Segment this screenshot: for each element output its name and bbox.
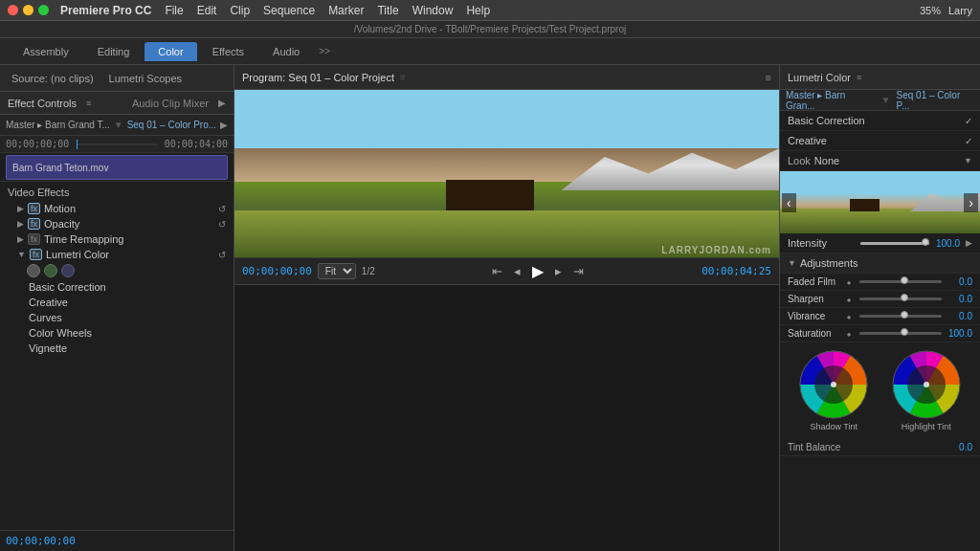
tab-editing[interactable]: Editing — [84, 42, 144, 61]
opacity-triangle: ▶ — [17, 219, 24, 229]
maximize-button[interactable] — [38, 5, 49, 15]
left-panel: Source: (no clips) Lumetri Scopes Effect… — [0, 65, 234, 551]
audio-clip-mixer-btn[interactable]: Audio Clip Mixer — [132, 98, 209, 109]
menu-bar: Premiere Pro CC File Edit Clip Sequence … — [0, 0, 980, 21]
sharpen-label: Sharpen — [788, 294, 842, 304]
minimize-button[interactable] — [23, 5, 33, 15]
motion-label: Motion — [44, 203, 76, 214]
adjustments-header[interactable]: ▼ Adjustments — [780, 253, 980, 274]
look-value: None — [814, 155, 960, 166]
highlight-wheel[interactable] — [892, 350, 961, 419]
tab-effects[interactable]: Effects — [199, 42, 257, 61]
lumetri-label: Lumetri Color — [46, 249, 109, 260]
preview-strip: ‹ › — [780, 171, 980, 233]
motion-effect[interactable]: ▶ fx Motion ↺ — [0, 201, 234, 216]
tab-color[interactable]: Color — [145, 42, 196, 61]
watermark: LARRYJORDAN.com — [661, 245, 771, 255]
tab-source[interactable]: Source: (no clips) — [6, 71, 100, 86]
basic-correction-row[interactable]: Basic Correction ✓ — [780, 111, 980, 131]
effects-section: Video Effects ▶ fx Motion ↺ ▶ fx Opacity… — [0, 182, 234, 530]
opacity-effect[interactable]: ▶ fx Opacity ↺ — [0, 216, 234, 231]
ec-time-start: 00;00;00;00 — [6, 139, 69, 149]
color-wheels-sub[interactable]: Color Wheels — [0, 325, 234, 341]
menu-marker[interactable]: Marker — [323, 4, 369, 17]
workspace-tabs: Assembly Editing Color Effects Audio >> — [0, 38, 980, 65]
monitor-video: LARRYJORDAN.com — [234, 90, 779, 257]
saturation-icon: ⬥ — [846, 328, 852, 339]
highlight-tint-wheel: Highlight Tint — [892, 350, 961, 431]
step-forward-btn[interactable]: ▸ — [552, 263, 565, 279]
faded-film-thumb[interactable] — [901, 276, 908, 284]
user-name: Larry — [948, 5, 972, 16]
saturation-slider[interactable] — [859, 332, 942, 335]
circle-icon-2[interactable] — [44, 264, 57, 277]
shadow-wheel[interactable] — [799, 350, 868, 419]
mountains — [561, 148, 779, 190]
look-dropdown[interactable]: ▼ — [964, 156, 972, 165]
tab-audio[interactable]: Audio — [259, 42, 313, 61]
intensity-slider[interactable] — [860, 242, 929, 245]
creative-row[interactable]: Creative ✓ — [780, 131, 980, 151]
monitor-controls: 00;00;00;00 Fit 1/2 ⇤ ◂ ▶ ▸ ⇥ 00;00;04;2… — [234, 257, 779, 284]
lumetri-triangle: ▼ — [17, 250, 26, 259]
menu-title[interactable]: Title — [371, 4, 404, 17]
menu-file[interactable]: File — [159, 4, 189, 17]
clip-bar-label: Barn Grand Teton.mov — [12, 163, 108, 173]
step-back-btn[interactable]: ◂ — [511, 263, 523, 279]
lumetri-reset[interactable]: ↺ — [218, 250, 226, 260]
opacity-reset[interactable]: ↺ — [218, 219, 226, 230]
reset-icon[interactable]: ↺ — [218, 204, 226, 214]
expand-right-btn[interactable]: ▶ — [966, 238, 972, 248]
preview-next-btn[interactable]: › — [964, 193, 978, 212]
lumetri-clip: Master ▸ Barn Gran... — [786, 90, 876, 111]
menu-sequence[interactable]: Sequence — [257, 4, 321, 17]
sharpen-value: 0.0 — [946, 294, 972, 304]
right-panel: Lumetri Color ≡ Master ▸ Barn Gran... ▼ … — [779, 65, 980, 551]
go-to-out-btn[interactable]: ⇥ — [570, 263, 587, 279]
time-remap-label: Time Remapping — [44, 233, 123, 245]
fx-badge-timeremap: fx — [28, 233, 40, 245]
menu-clip[interactable]: Clip — [224, 4, 256, 17]
intensity-label: Intensity — [788, 237, 857, 249]
preview-barn — [850, 199, 880, 211]
expand-icon[interactable]: ▶ — [220, 120, 228, 130]
sharpen-slider[interactable] — [859, 298, 942, 300]
preview-prev-btn[interactable]: ‹ — [782, 193, 796, 212]
basic-correction-sub[interactable]: Basic Correction — [0, 279, 234, 295]
lumetri-icons-row — [0, 262, 234, 279]
tab-lumetri-scopes[interactable]: Lumetri Scopes — [103, 71, 188, 86]
close-button[interactable] — [8, 5, 18, 15]
menu-edit[interactable]: Edit — [191, 4, 223, 17]
clip-bar[interactable]: Barn Grand Teton.mov — [6, 155, 228, 180]
lumetri-color-effect[interactable]: ▼ fx Lumetri Color ↺ — [0, 247, 234, 262]
timecode-total: 00;00;04;25 — [702, 265, 771, 277]
sharpen-row: Sharpen ⬥ 0.0 — [780, 291, 980, 308]
creative-sub[interactable]: Creative — [0, 295, 234, 310]
preview-ground — [780, 209, 980, 233]
play-btn[interactable]: ▶ — [529, 261, 546, 281]
curves-sub[interactable]: Curves — [0, 310, 234, 325]
workspace-more[interactable]: >> — [319, 46, 330, 56]
timecode-current: 00;00;00;00 — [242, 265, 312, 277]
panel-right-arrow[interactable]: ▶ — [218, 98, 226, 108]
look-label: Look — [788, 155, 811, 166]
monitor-menu-btn[interactable]: ≡ — [766, 72, 771, 83]
go-to-in-btn[interactable]: ⇤ — [489, 263, 505, 279]
time-remapping-effect[interactable]: ▶ fx Time Remapping — [0, 231, 234, 247]
file-path: /Volumes/2nd Drive - TBolt/Premiere Proj… — [354, 24, 626, 34]
sharpen-thumb[interactable] — [901, 294, 908, 301]
intensity-thumb[interactable] — [922, 238, 929, 246]
vibrance-thumb[interactable] — [901, 311, 908, 319]
ec-menu-icon: ≡ — [86, 99, 91, 108]
menu-help[interactable]: Help — [460, 4, 496, 17]
circle-icon-1[interactable] — [27, 264, 40, 277]
tint-balance-value: 0.0 — [959, 442, 972, 452]
tab-assembly[interactable]: Assembly — [10, 42, 82, 61]
menu-window[interactable]: Window — [407, 4, 459, 17]
vibrance-slider[interactable] — [859, 315, 942, 318]
vignette-sub[interactable]: Vignette — [0, 341, 234, 356]
circle-icon-3[interactable] — [61, 264, 75, 277]
saturation-thumb[interactable] — [901, 328, 908, 336]
faded-film-slider[interactable] — [859, 280, 942, 283]
fit-select[interactable]: Fit — [318, 263, 356, 279]
